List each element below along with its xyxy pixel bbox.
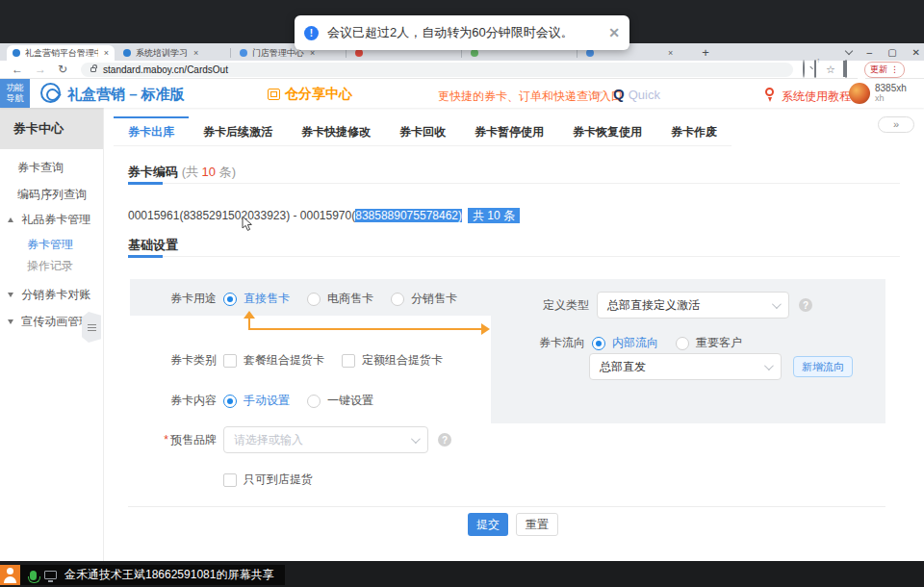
tab-card-recycle[interactable]: 券卡回收 [385, 116, 460, 145]
side-panel-icon[interactable] [845, 61, 847, 78]
tab-separator [230, 48, 231, 58]
chevron-down-icon [772, 299, 782, 309]
microphone-icon [30, 571, 37, 580]
lock-icon [90, 67, 96, 72]
checkbox-store-pickup-only[interactable] [223, 473, 237, 487]
count-badge: 共 10 条 [468, 208, 520, 223]
new-tab-button[interactable]: + [699, 46, 712, 60]
card-usage-row: 券卡用途 直接售卡 电商售卡 分销售卡 [130, 291, 475, 307]
flow-select-row: 总部直发 新增流向 [589, 353, 853, 380]
window-controls: – ▢ ✕ [846, 43, 920, 61]
favicon [586, 49, 594, 57]
submit-button[interactable]: 提交 [468, 513, 508, 536]
window-maximize-button[interactable]: ▢ [887, 47, 896, 58]
app-logo-icon [40, 83, 61, 103]
zoom-icon[interactable] [803, 61, 805, 78]
refresh-icon[interactable]: ↻ [58, 63, 67, 76]
function-nav-button[interactable]: 功能 导航 [0, 79, 30, 108]
radio-distribution-sale[interactable] [391, 293, 404, 306]
sidebar-item-operation-records[interactable]: 操作记录 [27, 258, 73, 274]
chrome-update-button[interactable]: 更新 ⋮ [864, 62, 905, 78]
sidebar-group-gift-card-mgmt[interactable]: 礼品券卡管理 [8, 212, 90, 228]
screen: 礼盒营销平台管理中心 × 系统培训学习 × 门店管理中心 × × + [0, 0, 924, 587]
arrow-horizontal [248, 328, 482, 330]
section-divider [128, 256, 900, 257]
tab-card-void[interactable]: 券卡作废 [656, 116, 732, 145]
basic-settings-title: 基础设置 [128, 237, 178, 254]
presale-brand-select[interactable]: 请选择或输入 [223, 426, 428, 453]
tab-quick-modify[interactable]: 券卡快捷修改 [287, 116, 385, 145]
tab-cards-out[interactable]: 券卡出库 [114, 116, 189, 145]
sidebar-group-promo-animation[interactable]: 宣传动画管理 [8, 314, 90, 330]
code-range-row[interactable]: 00015961(8385291502033923) - 00015970(83… [128, 208, 520, 224]
address-bar[interactable]: standard.maboy.cn/CardsOut [81, 63, 793, 77]
sidebar-group-distribution-reconcile[interactable]: 分销券卡对账 [8, 287, 90, 303]
tab-close-icon[interactable]: × [104, 48, 109, 58]
radio-one-click-setting[interactable] [307, 395, 321, 408]
window-close-button[interactable]: ✕ [912, 47, 920, 58]
presale-brand-row: *预售品牌 请选择或输入 ? [130, 426, 451, 453]
radio-important-customer[interactable] [676, 337, 689, 350]
user-avatar[interactable] [849, 83, 870, 104]
sidebar: 券卡中心 券卡查询 编码序列查询 礼品券卡管理 券卡管理 操作记录 分销券卡对账… [0, 108, 104, 561]
sidebar-item-card-management[interactable]: 券卡管理 [27, 237, 73, 253]
tab-suspend-use[interactable]: 券卡暂停使用 [460, 116, 558, 145]
add-flow-button[interactable]: 新增流向 [793, 356, 853, 377]
code-count: 10 [202, 165, 216, 179]
radio-manual-setting[interactable] [223, 395, 237, 408]
sidebar-title: 券卡中心 [0, 108, 103, 149]
browser-toolbar: ← → ↻ standard.maboy.cn/CardsOut ☆ 更新 ⋮ [0, 61, 924, 79]
browser-tab-active[interactable]: 礼盒营销平台管理中心 × [7, 45, 115, 61]
forward-icon[interactable]: → [35, 63, 46, 76]
tab-resume-use[interactable]: 券卡恢复使用 [558, 116, 656, 145]
screen-share-bar: 金禾通技术王斌18662591081的屏幕共享 [0, 565, 285, 585]
meeting-toast: ! 会议已超过2人，自动转为60分钟限时会议。 ✕ [295, 15, 629, 50]
tab-close-icon[interactable]: × [668, 48, 673, 58]
checkbox-fixed-amount-combo[interactable] [342, 354, 355, 368]
help-icon[interactable]: ? [438, 433, 451, 447]
card-flow-row: 券卡流向 内部流向 重要客户 [499, 335, 759, 351]
collapse-button[interactable]: » [878, 116, 914, 133]
radio-ecommerce-sale[interactable] [307, 293, 321, 306]
caret-down-icon [8, 293, 13, 297]
reset-button[interactable]: 重置 [516, 513, 558, 536]
quick-search-link[interactable]: Q Quick [613, 86, 660, 102]
tutorial-link[interactable]: 系统使用教程 [782, 89, 851, 105]
back-icon[interactable]: ← [12, 63, 23, 76]
screen-share-icon [44, 571, 57, 579]
flow-select[interactable]: 总部直发 [589, 353, 782, 380]
url-text[interactable]: standard.maboy.cn/CardsOut [103, 64, 228, 75]
help-icon[interactable]: ? [799, 298, 812, 312]
info-icon: ! [304, 26, 319, 40]
selected-text: 8385889075578462) [355, 209, 462, 222]
bottom-strip: 金禾通技术王斌18662591081的屏幕共享 [0, 561, 924, 587]
tab-follow-up-activation[interactable]: 券卡后续激活 [189, 116, 287, 145]
sidebar-collapse-handle[interactable] [82, 312, 101, 343]
share-icon[interactable] [814, 61, 816, 78]
caret-down-icon [8, 319, 13, 324]
browser-tab[interactable]: 系统培训学习 × [117, 45, 227, 61]
app-brand: 礼盒营销 – 标准版 [67, 86, 185, 104]
bookmark-star-icon[interactable]: ☆ [826, 64, 835, 76]
define-type-select[interactable]: 总部直接定义激活 [597, 292, 789, 319]
window-minimize-button[interactable]: – [867, 47, 873, 58]
location-pin-icon [765, 88, 774, 96]
radio-direct-sale[interactable] [223, 293, 237, 306]
window-chevron-icon[interactable] [844, 46, 852, 54]
tab-title: 礼盒营销平台管理中心 [25, 47, 98, 60]
share-center-link[interactable]: 仓分享中心 [268, 86, 352, 103]
card-category-row: 券卡类别 套餐组合提货卡 定额组合提货卡 [130, 352, 460, 369]
sidebar-item-code-sequence-query[interactable]: 编码序列查询 [17, 187, 87, 203]
sidebar-item-card-query[interactable]: 券卡查询 [17, 160, 64, 176]
radio-internal-flow[interactable] [592, 337, 605, 350]
favicon [240, 49, 247, 57]
checkbox-package-combo[interactable] [223, 354, 237, 368]
tab-title: 系统培训学习 [136, 47, 188, 60]
toast-message: 会议已超过2人，自动转为60分钟限时会议。 [327, 24, 574, 41]
tab-close-icon[interactable]: × [193, 48, 198, 58]
footer-divider [128, 506, 886, 507]
toast-close-icon[interactable]: ✕ [608, 25, 620, 40]
caret-up-icon [8, 217, 13, 222]
define-type-row: 定义类型 总部直接定义激活 ? [502, 292, 812, 319]
required-asterisk: * [164, 433, 168, 447]
